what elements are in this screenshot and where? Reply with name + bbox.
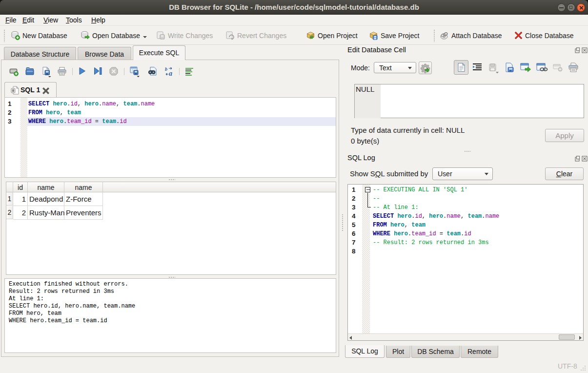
svg-text:b: b <box>165 66 167 72</box>
svg-text:a: a <box>169 70 172 77</box>
